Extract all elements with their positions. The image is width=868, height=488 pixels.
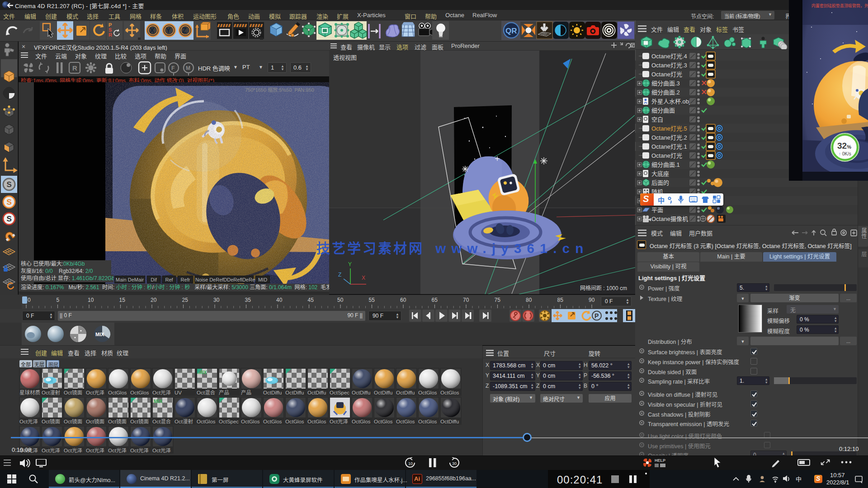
svg-text:M: M: [186, 65, 190, 71]
svg-text:P: P: [594, 312, 599, 319]
svg-text:QR: QR: [505, 27, 517, 35]
svg-text:Octane灯光: Octane灯光: [651, 71, 682, 78]
svg-text:Octane摄像机: Octane摄像机: [651, 216, 688, 222]
svg-text:R: R: [108, 32, 112, 38]
svg-text:OctGlos: OctGlos: [108, 390, 127, 395]
svg-text:OctGlos: OctGlos: [352, 419, 371, 424]
svg-text:Oct光泽: Oct光泽: [42, 447, 60, 453]
svg-text:X: X: [150, 27, 155, 34]
svg-text:X: X: [362, 275, 365, 281]
svg-text:MIX: MIX: [95, 332, 104, 337]
svg-text:细分曲面: 细分曲面: [651, 107, 675, 114]
svg-text:Oct镜面: Oct镜面: [64, 418, 82, 424]
svg-text:Z: Z: [182, 27, 187, 34]
svg-text:S: S: [7, 215, 12, 223]
svg-text:OctDiffu: OctDiffu: [374, 390, 392, 395]
svg-text:OctSpec: OctSpec: [219, 419, 239, 424]
svg-text:Octane灯光.5: Octane灯光.5: [651, 125, 687, 132]
svg-text:Octane灯光.3: Octane灯光.3: [651, 62, 687, 69]
svg-text:R: R: [72, 64, 77, 72]
svg-text:OctGlos: OctGlos: [307, 419, 326, 424]
svg-text:10: 10: [408, 461, 413, 466]
svg-text:Oct光泽: Oct光泽: [86, 389, 104, 395]
svg-text:平面: 平面: [651, 206, 663, 213]
svg-text:Oct光泽: Oct光泽: [64, 447, 82, 453]
svg-text:HELP: HELP: [655, 458, 665, 463]
svg-text:OctGlos: OctGlos: [263, 419, 282, 424]
svg-text:空白: 空白: [651, 116, 663, 123]
svg-text:Octane灯光.2: Octane灯光.2: [651, 134, 687, 141]
svg-text:MIX: MIX: [154, 399, 163, 404]
svg-text:Oct光泽: Oct光泽: [330, 418, 348, 424]
svg-text:Oct混合: Oct混合: [197, 389, 215, 395]
svg-text:Oct光泽: Oct光泽: [152, 389, 171, 395]
svg-text:F: F: [171, 65, 175, 71]
svg-text:细分曲面.1: 细分曲面.1: [651, 161, 680, 168]
svg-text:OctDiffu: OctDiffu: [263, 390, 282, 395]
svg-text:OctGlos: OctGlos: [197, 419, 216, 424]
svg-text:Oct光泽: Oct光泽: [86, 447, 104, 453]
svg-text:星球材质: 星球材质: [19, 389, 40, 395]
svg-text:OctDiffu: OctDiffu: [352, 390, 370, 395]
svg-text:细分曲面.2: 细分曲面.2: [651, 89, 680, 96]
svg-text:外星人水杯.obj: 外星人水杯.obj: [651, 98, 690, 105]
svg-text:Y: Y: [348, 261, 352, 267]
svg-text:OctDiffu: OctDiffu: [285, 390, 304, 395]
svg-text:Octane灯光: Octane灯光: [651, 152, 682, 159]
svg-text:Y: Y: [166, 27, 171, 34]
svg-text:Oct光泽: Oct光泽: [108, 447, 127, 453]
svg-text:Oct镜面: Oct镜面: [64, 389, 82, 395]
svg-text:Oct混合: Oct混合: [152, 418, 171, 424]
svg-text:中: 中: [796, 476, 802, 483]
svg-text:Oct镜面: Oct镜面: [108, 418, 127, 424]
svg-text:S: S: [7, 198, 12, 206]
svg-text:后面的: 后面的: [651, 179, 669, 186]
svg-text:细分曲面.3: 细分曲面.3: [651, 80, 680, 87]
svg-text:OctDiffu: OctDiffu: [307, 390, 326, 395]
svg-text:Oct光泽: Oct光泽: [152, 447, 171, 453]
svg-text:S: S: [7, 180, 12, 189]
svg-text:Oct光泽: Oct光泽: [130, 447, 149, 453]
svg-text:OctGlos: OctGlos: [374, 419, 393, 424]
svg-text:OctGlos: OctGlos: [285, 419, 304, 424]
svg-text:Oct漫射: Oct漫射: [175, 418, 193, 424]
svg-text:Oct漫射: Oct漫射: [42, 389, 60, 395]
svg-text:OctSpec: OctSpec: [330, 390, 349, 395]
svg-text:大底座: 大底座: [651, 170, 669, 177]
svg-text:OctGlos: OctGlos: [418, 419, 437, 424]
svg-text:内置密封硅胶垫盖顶吸管筒，外设防: 内置密封硅胶垫盖顶吸管筒，外设防: [811, 3, 868, 8]
svg-text:OctDiffu: OctDiffu: [396, 390, 415, 395]
svg-text:OctGlos: OctGlos: [440, 390, 459, 395]
svg-text:Oct镜面: Oct镜面: [130, 418, 149, 424]
svg-text:Octane灯光.1: Octane灯光.1: [651, 143, 687, 150]
svg-text:OctDiffu: OctDiffu: [440, 419, 459, 424]
svg-text:UV: UV: [175, 390, 182, 395]
svg-text:OctGlos: OctGlos: [418, 390, 437, 395]
svg-text:Octane灯光.4: Octane灯光.4: [651, 53, 687, 60]
svg-text:Z: Z: [338, 272, 341, 278]
svg-text:Oct光泽: Oct光泽: [19, 418, 38, 424]
svg-text:↑ 0K/s: ↑ 0K/s: [839, 151, 851, 156]
svg-text:Oct镜面: Oct镜面: [42, 418, 60, 424]
svg-text:OctGlos: OctGlos: [241, 419, 260, 424]
svg-text:产品: 产品: [219, 389, 229, 395]
svg-text:产品: 产品: [241, 389, 251, 395]
svg-text:Oct镜面: Oct镜面: [86, 418, 104, 424]
svg-text:OctGlos: OctGlos: [396, 419, 415, 424]
svg-text:OctGlos: OctGlos: [130, 390, 149, 395]
svg-text:30: 30: [452, 461, 457, 466]
